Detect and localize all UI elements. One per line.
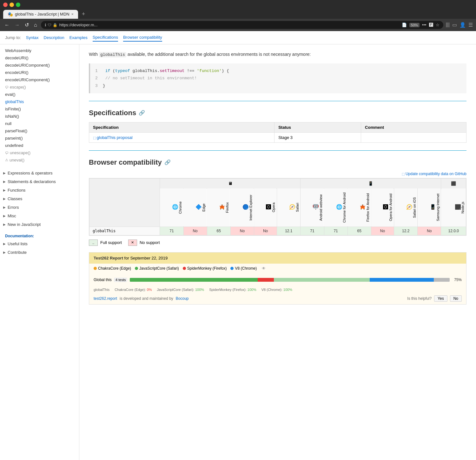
sidebar-item-globalthis[interactable]: globalThis [0, 98, 79, 105]
close-button[interactable] [3, 3, 8, 7]
bookmark-icon[interactable]: ☆ [436, 23, 440, 27]
sidebar-item-decodeuri[interactable]: decodeURI() [0, 54, 79, 62]
section-divider-1 [89, 101, 466, 101]
home-button[interactable]: ⌂ [33, 21, 38, 29]
library-icon[interactable]: ||| [446, 22, 450, 28]
yes-button[interactable]: Yes [434, 295, 447, 302]
sidebar-item-encodeuricomponent[interactable]: encodeURIComponent() [0, 76, 79, 83]
main-content: With globalThis available, the additiona… [79, 44, 476, 460]
chakra-pct: 0% [147, 288, 152, 292]
sidebar: WebAssembly decodeURI() decodeURICompone… [0, 44, 79, 460]
tab-close-button[interactable]: × [71, 12, 74, 16]
firefox-android-support: 65 [347, 227, 371, 235]
zoom-level[interactable]: 50% [409, 23, 420, 27]
compat-row-globalthis: globalThis 71 No 65 No No 12.1 71 71 65 … [89, 227, 466, 235]
minimize-button[interactable] [10, 3, 14, 7]
sidebar-item-null[interactable]: null [0, 120, 79, 127]
ie-support: No [230, 227, 254, 235]
compat-feature-header [89, 178, 160, 227]
browser-chrome: 🎭 globalThis - JavaScript | MDN × + ← → … [0, 0, 476, 31]
no-button[interactable]: No [450, 295, 462, 302]
sidebar-item-isnan[interactable]: isNaN() [0, 113, 79, 120]
col-opera: 🅾 Opera [254, 188, 277, 227]
sidebar-section-newjs[interactable]: ▶ New in JavaScript [0, 220, 79, 229]
specs-link-icon[interactable]: 🔗 [139, 110, 145, 116]
col-firefox: 🦊 Firefox [207, 188, 230, 227]
feature-name: globalThis [89, 227, 160, 235]
back-button[interactable]: ← [3, 21, 11, 29]
lock-icon: 🔒 [53, 23, 57, 27]
sidebar-item-isfinite[interactable]: isFinite() [0, 105, 79, 113]
sidebar-section-useful[interactable]: ▶ Useful lists [0, 240, 79, 248]
sidebar-item-eval[interactable]: eval() [0, 91, 79, 98]
spidermonkey-dot [183, 267, 186, 270]
compat-link-icon[interactable]: 🔗 [164, 159, 171, 165]
bocoup-link[interactable]: Bocoup [176, 296, 189, 301]
browser-tab[interactable]: 🎭 globalThis - JavaScript | MDN × [3, 10, 78, 19]
col-opera-android: 🅾 Opera for Android [371, 188, 394, 227]
col-safari-ios: 🧭 Safari on iOS [394, 188, 418, 227]
sidebar-section-misc[interactable]: ▶ Misc [0, 212, 79, 220]
refresh-button[interactable]: ↺ [23, 21, 30, 29]
url-bar[interactable]: ℹ 🛡 🔒 https://developer.m... 📄 50% ••• 🅿… [41, 21, 443, 29]
sidebar-section-expressions[interactable]: ▶ Expressions & operators [0, 169, 79, 177]
sidebar-item-encodeuri[interactable]: encodeURI() [0, 69, 79, 76]
eye-icon[interactable]: 👁 [262, 266, 266, 271]
tab-favicon: 🎭 [8, 12, 13, 17]
section-label8: Useful lists [8, 241, 28, 246]
more-icon[interactable]: ••• [422, 23, 426, 27]
sidebar-item-decodeuricomponent[interactable]: decodeURIComponent() [0, 62, 79, 69]
forward-button[interactable]: → [13, 21, 21, 29]
jump-compat[interactable]: Browser compatibility [123, 34, 162, 42]
jump-examples[interactable]: Examples [69, 34, 88, 41]
jump-description[interactable]: Description [44, 34, 64, 41]
sub-feature-name: globalThis [94, 288, 109, 292]
full-support-dots: .. [92, 241, 94, 245]
compat-github-link[interactable]: Update compatibility data on GitHub [402, 172, 466, 176]
progress-row: Global this 4 tests 75% [94, 276, 462, 283]
spec-link[interactable]: globalThis proposal [93, 135, 133, 140]
test262-link[interactable]: test262.report [94, 296, 117, 301]
jump-to-label: Jump to: [5, 35, 21, 40]
sidebar-item-escape[interactable]: 🗩 escape() [0, 83, 79, 91]
new-tab-button[interactable]: + [79, 10, 88, 19]
compat-legend: .. Full support ✕ No support [89, 240, 466, 246]
jump-specifications[interactable]: Specifications [93, 34, 118, 42]
sidebar-section-classes[interactable]: ▶ Classes [0, 194, 79, 203]
safari-ios-support: 12.2 [394, 227, 418, 235]
sidebar-section-contribute[interactable]: ▶ Contribute [0, 248, 79, 257]
sidebar-item-webassembly[interactable]: WebAssembly [0, 47, 79, 54]
sidebar-item-parseint[interactable]: parseInt() [0, 135, 79, 142]
spidermonkey-pct: 100% [248, 288, 256, 292]
menu-icon[interactable]: ☰ [468, 22, 473, 28]
spec-status: Stage 3 [274, 132, 361, 142]
fullscreen-button[interactable] [16, 3, 20, 7]
spec-row-1: globalThis proposal Stage 3 [89, 132, 466, 142]
sidebar-item-uneval[interactable]: ⚠ uneval() [0, 156, 79, 164]
reader-mode-icon[interactable]: 📄 [402, 23, 407, 27]
sidebar-item-unescape[interactable]: 🗩 unescape() [0, 149, 79, 156]
account-icon[interactable]: 👤 [459, 22, 466, 28]
chrome-support: 71 [160, 227, 183, 235]
sidebar-item-undefined[interactable]: undefined [0, 142, 79, 149]
prog-gray [434, 278, 450, 282]
sidebar-toggle-icon[interactable]: ▭ [452, 22, 457, 28]
chakra-dot [94, 267, 97, 270]
spidermonkey-label: SpiderMonkey (Firefox) [187, 266, 227, 271]
spec-comment [361, 132, 466, 142]
full-support-legend: .. Full support [89, 240, 122, 246]
sidebar-section-errors[interactable]: ▶ Errors [0, 203, 79, 212]
firefox-support: 65 [207, 227, 230, 235]
shield-icon: 🛡 [48, 23, 51, 27]
mobile-group-header: 📱 [301, 178, 441, 188]
nodejs-support: 12.0.0 [441, 227, 466, 235]
sidebar-section-functions[interactable]: ▶ Functions [0, 186, 79, 194]
prog-green [130, 278, 258, 282]
jump-syntax[interactable]: Syntax [26, 34, 39, 41]
feature-label: Global this 4 tests [94, 278, 127, 282]
warn-icon: ⚠ [5, 158, 8, 162]
sidebar-item-parsefloat[interactable]: parseFloat() [0, 127, 79, 135]
pocket-icon[interactable]: 🅿 [429, 23, 433, 27]
compat-table-wrap: 🖥 📱 ⬛ 🌐 Chrome [89, 178, 466, 236]
sidebar-section-statements[interactable]: ▶ Statements & declarations [0, 177, 79, 186]
